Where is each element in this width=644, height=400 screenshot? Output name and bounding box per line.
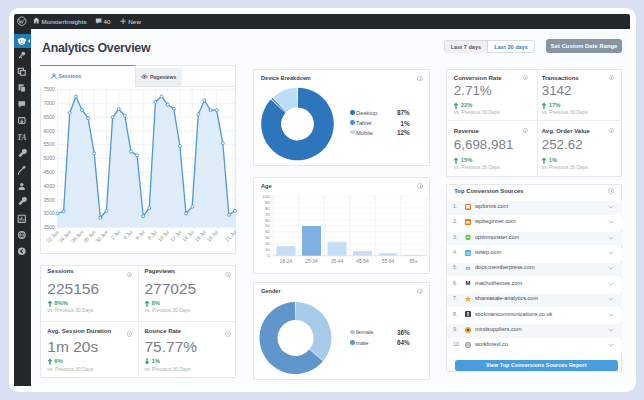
svg-text:M: M: [465, 281, 470, 287]
svg-text:m: m: [465, 265, 470, 271]
